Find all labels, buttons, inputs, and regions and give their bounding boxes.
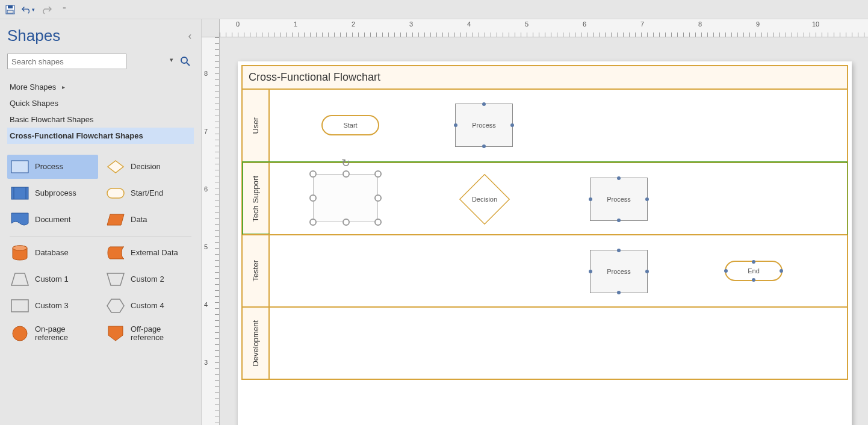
swimlane-header-tester[interactable]: Tester — [243, 235, 270, 306]
svg-rect-15 — [11, 300, 28, 312]
stencil-data[interactable]: Data — [103, 208, 194, 232]
process-icon — [11, 160, 29, 174]
data-icon — [107, 212, 125, 227]
node-process-2[interactable]: Process — [590, 178, 648, 221]
undo-button[interactable]: ▾ — [22, 3, 35, 16]
svg-rect-10 — [107, 188, 124, 198]
redo-button[interactable] — [40, 3, 53, 16]
diagram-title[interactable]: Cross-Functional Flowchart — [243, 66, 847, 90]
custom3-icon — [11, 299, 29, 313]
search-shapes-input[interactable] — [7, 54, 126, 69]
svg-marker-11 — [107, 214, 124, 225]
stencil-custom3[interactable]: Custom 3 — [7, 294, 98, 318]
collapse-shapes-panel-button[interactable]: ‹ — [188, 31, 194, 42]
shape-category-cross-functional[interactable]: Cross-Functional Flowchart Shapes — [7, 128, 194, 144]
custom4-icon — [107, 299, 125, 313]
ruler-corner — [202, 19, 220, 37]
external-data-icon — [107, 246, 125, 260]
svg-marker-6 — [108, 161, 123, 173]
node-process-1[interactable]: Process — [455, 104, 513, 147]
shape-category-more-shapes[interactable]: More Shapes ▸ — [7, 79, 194, 95]
svg-marker-13 — [11, 273, 28, 285]
stencil-document[interactable]: Document — [7, 208, 98, 232]
document-icon — [11, 212, 29, 227]
custom1-icon — [11, 272, 29, 287]
shape-category-quick-shapes[interactable]: Quick Shapes — [7, 95, 194, 111]
svg-marker-18 — [108, 326, 123, 341]
quick-access-toolbar: ▾ ⁼ — [0, 0, 868, 19]
svg-point-17 — [13, 326, 27, 341]
horizontal-ruler[interactable]: 01234567891011 — [220, 19, 868, 37]
stencil-onpage-ref[interactable]: On-page reference — [7, 320, 98, 347]
vertical-ruler[interactable]: 876543 — [202, 37, 220, 425]
swimlane-tester[interactable]: Tester Process End — [243, 234, 847, 306]
swimlane-user[interactable]: User Start Process — [243, 90, 847, 162]
stencil-database[interactable]: Database — [7, 241, 98, 265]
stencil-custom1[interactable]: Custom 1 — [7, 267, 98, 291]
stencil-process[interactable]: Process — [7, 155, 98, 179]
node-start[interactable]: Start — [321, 115, 379, 135]
subprocess-icon — [11, 186, 29, 200]
save-button[interactable] — [4, 3, 17, 16]
swimlane-header-development[interactable]: Development — [243, 308, 270, 379]
stencil-decision[interactable]: Decision — [103, 155, 194, 179]
swimlane-development[interactable]: Development — [243, 306, 847, 379]
drawing-page[interactable]: Cross-Functional Flowchart — [238, 61, 852, 425]
search-icon[interactable] — [177, 54, 194, 69]
svg-marker-14 — [107, 273, 124, 285]
svg-point-3 — [181, 57, 187, 63]
node-end[interactable]: End — [725, 261, 783, 281]
shape-category-list: More Shapes ▸ Quick Shapes Basic Flowcha… — [7, 79, 194, 144]
decision-icon — [107, 160, 125, 174]
stencil-startend[interactable]: Start/End — [103, 181, 194, 205]
svg-rect-2 — [7, 10, 13, 13]
onpage-ref-icon — [11, 326, 29, 341]
selected-shape[interactable]: ↻ — [313, 174, 378, 222]
stencil-offpage-ref[interactable]: Off-page reference — [103, 320, 194, 347]
shape-stencil-grid: Process Decision Subprocess Start/End Do… — [7, 150, 194, 347]
node-process-3[interactable]: Process — [590, 250, 648, 293]
drawing-canvas-area: 01234567891011 876543 Cross-Functional F… — [202, 19, 868, 425]
stencil-divider — [10, 237, 191, 237]
stencil-custom4[interactable]: Custom 4 — [103, 294, 194, 318]
shape-category-basic-flowchart[interactable]: Basic Flowchart Shapes — [7, 111, 194, 128]
customize-qat-button[interactable]: ⁼ — [58, 3, 71, 16]
canvas-scroll-region[interactable]: Cross-Functional Flowchart — [220, 37, 868, 425]
startend-icon — [107, 186, 125, 200]
offpage-ref-icon — [107, 326, 125, 341]
swimlane-header-tech-support[interactable]: Tech Support — [243, 163, 270, 234]
stencil-external-data[interactable]: External Data — [103, 241, 194, 265]
database-icon — [11, 246, 29, 260]
node-decision[interactable]: Decision — [459, 174, 510, 225]
shapes-panel-title: Shapes — [7, 26, 60, 45]
custom2-icon — [107, 272, 125, 287]
svg-line-4 — [187, 63, 190, 66]
svg-point-12 — [13, 246, 27, 250]
stencil-subprocess[interactable]: Subprocess — [7, 181, 98, 205]
swimlane-header-user[interactable]: User — [243, 90, 270, 162]
rotate-handle-icon[interactable]: ↻ — [341, 157, 350, 170]
shapes-panel: Shapes ‹ More Shapes ▸ Quick Shapes Basi… — [0, 19, 202, 425]
stencil-custom2[interactable]: Custom 2 — [103, 267, 194, 291]
chevron-right-icon: ▸ — [62, 84, 65, 90]
swimlane-tech-support[interactable]: Tech Support ↻ — [243, 162, 847, 234]
svg-rect-5 — [11, 161, 28, 173]
svg-marker-16 — [107, 299, 124, 312]
swimlane-container[interactable]: Cross-Functional Flowchart — [241, 65, 848, 380]
svg-rect-1 — [8, 5, 13, 8]
